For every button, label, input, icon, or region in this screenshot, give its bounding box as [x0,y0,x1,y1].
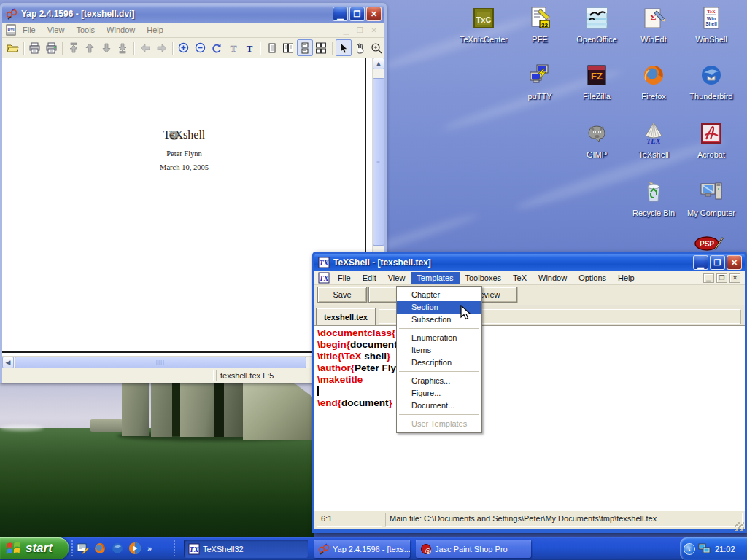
texshell-menu-options[interactable]: Options [573,272,612,284]
templates-item-items[interactable]: Items [397,344,481,357]
mdi-minimize-button[interactable]: ▁ [703,273,714,283]
network-icon[interactable] [698,543,711,554]
yap-menu-view[interactable]: View [42,24,71,36]
yap-tool-view-continuous[interactable] [297,39,314,56]
desktop-icon-winedt[interactable]: ΣWinEdt [626,6,681,44]
yap-tool-zoom-out[interactable] [192,39,209,56]
code-line-6[interactable] [317,386,745,397]
yap-tool-last-page[interactable] [115,39,131,56]
texshell-close-button[interactable]: ✕ [727,255,742,270]
texshell-menu-view[interactable]: View [382,272,411,284]
texshell-menu-help[interactable]: Help [612,272,640,284]
yap-tool-pointer-tool[interactable] [336,39,352,56]
templates-item-description[interactable]: Description [397,357,481,369]
desktop-icon-firefox[interactable]: Firefox [626,63,681,101]
texshell-menu-templates[interactable]: Templates [411,272,459,284]
yap-tool-prev-page[interactable] [82,39,98,56]
yap-titlebar[interactable]: Yap 2.4.1596 - [texshell.dvi] ▁ ❐ ✕ [2,5,384,23]
yap-tool-next-page[interactable] [98,39,115,56]
desktop-icon-label: FileZilla [569,92,624,101]
scroll-left-button[interactable]: ◀ [2,357,14,368]
yap-tool-back-arrow[interactable] [137,39,154,56]
templates-item-document---[interactable]: Document... [397,400,481,412]
desktop-icon-texniccenter[interactable]: TxCTeXnicCenter [456,6,511,44]
code-line-2[interactable]: \begin{document} [317,339,745,351]
firefox-icon [641,63,666,88]
yap-tool-print[interactable] [27,39,44,56]
taskbar-button-2[interactable]: Yap 2.4.1596 - [texs... [314,540,410,558]
yap-tool-magnifier-tool[interactable] [368,39,385,56]
taskbar-button-1[interactable]: TXTeXShell32 [184,540,308,558]
yap-menu-file[interactable]: File [17,24,42,36]
code-line-5[interactable]: \maketitle [317,374,745,386]
desktop-icon-acrobat[interactable]: Acrobat [684,121,739,159]
svg-text:32: 32 [541,22,548,28]
yap-tool-forward-arrow[interactable] [153,39,170,56]
yap-menu-tools[interactable]: Tools [70,24,101,36]
desktop-icon-recycle-bin[interactable]: Recycle Bin [626,179,681,217]
quicklaunch-overflow-chevron[interactable]: » [146,544,152,553]
yap-tool-print-copy[interactable] [43,39,60,56]
desktop-icon-gimp[interactable]: GIMP [569,121,624,159]
templates-item-graphics---[interactable]: Graphics... [397,375,481,387]
start-button[interactable]: start [0,537,69,559]
desktop-icon-my-computer[interactable]: My Computer [684,179,739,217]
yap-tool-open-folder[interactable] [4,39,21,56]
vertical-scroll-thumb[interactable]: ≡ [373,78,384,246]
yap-tool-hand-tool[interactable] [352,39,368,56]
desktop-icon-texshell[interactable]: TEXTeXshell [626,121,681,159]
desktop-icon-label: Acrobat [684,150,739,159]
save-button[interactable]: Save [317,287,367,303]
code-line-4[interactable]: \author{Peter Fly [317,362,745,374]
texshell-menu-toolboxes[interactable]: Toolboxes [460,272,508,284]
code-line-3[interactable]: \title{\TeX shell} [317,351,745,362]
yap-status-left-panel [4,370,214,381]
texshell-menu-tex[interactable]: TeX [507,272,533,284]
taskbar-clock[interactable]: 21:02 [715,545,735,553]
desktop-icon-filezilla[interactable]: FZFileZilla [569,63,624,101]
quicklaunch-media-player-icon[interactable] [128,542,142,555]
mdi-close-button[interactable]: ✕ [729,273,740,283]
texshell-menu-window[interactable]: Window [533,272,573,284]
quicklaunch-firefox-small-icon[interactable] [93,542,107,555]
desktop-icon-putty[interactable]: puTTY [512,63,568,101]
yap-minimize-button[interactable]: ▁ [333,7,348,21]
texshell-menu-file[interactable]: File [332,272,357,284]
templates-item-chapter[interactable]: Chapter [397,289,481,301]
templates-item-enumeration[interactable]: Enumeration [397,332,481,344]
yap-tool-view-continuous-facing[interactable] [313,39,330,56]
quicklaunch-show-desktop-icon[interactable] [76,542,89,555]
yap-tool-view-single-page[interactable] [263,39,280,56]
templates-item-figure---[interactable]: Figure... [397,387,481,400]
yap-menu-help[interactable]: Help [141,24,169,36]
yap-tool-text-bold[interactable]: T [241,39,258,56]
desktop-icon-pfe[interactable]: 32PFE [512,6,568,44]
yap-tool-refresh[interactable] [209,39,225,56]
texshell-menu-edit[interactable]: Edit [357,272,382,284]
taskbar-button-3[interactable]: 8Jasc Paint Shop Pro [416,540,531,558]
resize-grip[interactable] [735,522,744,531]
quicklaunch-thunderbird-small-icon[interactable] [111,542,124,555]
texshell-maximize-button[interactable]: ❐ [710,255,725,270]
yap-tool-view-facing-pages[interactable] [280,39,297,56]
tab-texshell-tex[interactable]: texshell.tex [316,308,376,325]
horizontal-scroll-thumb[interactable]: |||| [15,357,306,368]
scroll-up-button[interactable]: ▲ [373,58,384,69]
code-line-1[interactable]: \documentclass{ [317,327,745,339]
yap-tool-zoom-in[interactable] [176,39,193,56]
code-line-7[interactable]: \end{document} [317,397,745,409]
mdi-restore-button[interactable]: ❐ [716,273,727,283]
texshell-minimize-button[interactable]: ▁ [693,255,708,270]
yap-close-button[interactable]: ✕ [366,7,382,21]
paint-shop-pro-desktop-icon[interactable]: PSP [693,235,724,251]
desktop-icon-winshell[interactable]: TeXWinShellWinShell [684,6,739,44]
desktop-icon-openoffice[interactable]: OpenOffice [569,6,624,44]
yap-menu-window[interactable]: Window [101,24,141,36]
texshell-titlebar[interactable]: TX TeXShell - [texshell.tex] ▁ ❐ ✕ [314,254,745,271]
yap-maximize-button[interactable]: ❐ [349,7,365,21]
desktop-icon-thunderbird[interactable]: Thunderbird [684,63,739,101]
hide-icons-chevron-button[interactable]: ‹ [684,543,695,555]
yap-tool-first-page[interactable] [66,39,82,56]
code-editor[interactable]: \documentclass{\begin{document}\title{\T… [314,325,745,511]
yap-tool-text-outline[interactable]: T [225,39,241,56]
